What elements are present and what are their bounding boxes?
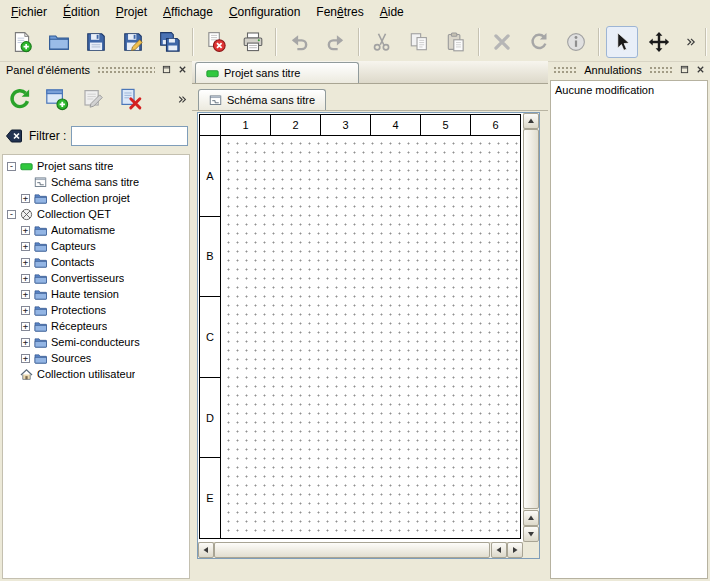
undo-history-list[interactable]: Aucune modification <box>550 80 708 579</box>
close-file-button[interactable] <box>200 26 232 58</box>
row-header: A <box>200 136 220 217</box>
dock-grip[interactable] <box>553 65 577 74</box>
expander-plus-icon[interactable]: + <box>21 258 30 267</box>
scroll-right-icon[interactable] <box>507 542 523 558</box>
schema-view[interactable]: 123456 ABCDE <box>197 112 540 559</box>
scroll-left-icon[interactable] <box>491 542 507 558</box>
folder-icon <box>34 288 47 301</box>
filter-input[interactable] <box>71 126 188 146</box>
tree-item-collection-projet[interactable]: +Collection projet <box>3 190 189 206</box>
tree-item-semi-conducteurs[interactable]: +Semi-conducteurs <box>3 334 189 350</box>
menu-projet[interactable]: Projet <box>108 2 155 22</box>
tree-item-collection-qet[interactable]: -Collection QET <box>3 206 189 222</box>
close-icon[interactable] <box>693 63 707 76</box>
undo-panel: Annulations Aucune modification <box>548 61 710 581</box>
schema-scene[interactable]: 123456 ABCDE <box>198 113 523 542</box>
save-all-button[interactable] <box>154 26 186 58</box>
tree-item-contacts[interactable]: +Contacts <box>3 254 189 270</box>
save-as-button[interactable] <box>117 26 149 58</box>
undo-panel-header[interactable]: Annulations <box>548 61 710 78</box>
folder-icon <box>34 192 47 205</box>
tree-item-automatisme[interactable]: +Automatisme <box>3 222 189 238</box>
expander-plus-icon[interactable]: + <box>21 290 30 299</box>
toolbar-extension-button[interactable] <box>680 26 699 58</box>
redo-button[interactable] <box>320 26 352 58</box>
tree-item-protections[interactable]: +Protections <box>3 302 189 318</box>
schema-icon <box>209 94 222 107</box>
tree-item-re-cepteurs[interactable]: +Récepteurs <box>3 318 189 334</box>
delete-element-button[interactable] <box>114 82 148 116</box>
tree-item-convertisseurs[interactable]: +Convertisseurs <box>3 270 189 286</box>
delete-button[interactable] <box>486 26 518 58</box>
print-button[interactable] <box>237 26 269 58</box>
tab-schema[interactable]: Schéma sans titre <box>198 89 326 110</box>
info-button[interactable] <box>560 26 592 58</box>
project-icon <box>20 160 33 173</box>
reload-button[interactable] <box>3 82 37 116</box>
menu-aide[interactable]: Aide <box>372 2 412 22</box>
scroll-up-icon[interactable] <box>523 510 539 526</box>
vertical-scrollbar[interactable] <box>523 113 539 542</box>
elements-panel-header[interactable]: Panel d'éléments <box>0 61 192 78</box>
expander-plus-icon[interactable]: + <box>21 306 30 315</box>
filter-row: Filtrer : <box>0 124 192 148</box>
schema-grid[interactable] <box>221 136 520 538</box>
tree-item-collection-utilisateur[interactable]: Collection utilisateur <box>3 366 189 382</box>
copy-button[interactable] <box>403 26 435 58</box>
open-folder-button[interactable] <box>43 26 75 58</box>
expander-minus-icon[interactable]: - <box>7 210 16 219</box>
scroll-down-icon[interactable] <box>523 526 539 542</box>
toolbar-group <box>366 26 472 58</box>
row-headers: ABCDE <box>200 136 221 538</box>
rotate-button[interactable] <box>523 26 555 58</box>
menu-fichier[interactable]: Fichier <box>3 2 55 22</box>
folder-icon <box>34 320 47 333</box>
float-icon[interactable] <box>159 63 173 76</box>
menu-configuration[interactable]: Configuration <box>221 2 308 22</box>
horizontal-scrollbar[interactable] <box>198 542 523 558</box>
float-icon[interactable] <box>677 63 691 76</box>
paste-button[interactable] <box>440 26 472 58</box>
schema-tab-label: Schéma sans titre <box>227 94 315 106</box>
select-arrow-button[interactable] <box>606 26 638 58</box>
horizontal-scroll-thumb[interactable] <box>214 542 490 558</box>
tree-item-label: Sources <box>51 352 91 364</box>
scroll-left-icon[interactable] <box>198 542 214 558</box>
tree-item-label: Automatisme <box>51 224 115 236</box>
vertical-scroll-thumb[interactable] <box>523 129 539 509</box>
tree-item-capteurs[interactable]: +Capteurs <box>3 238 189 254</box>
menu-fene-tres[interactable]: Fenêtres <box>308 2 371 22</box>
menu-e-dition[interactable]: Édition <box>55 2 108 22</box>
scroll-up-icon[interactable] <box>523 113 539 129</box>
undo-button[interactable] <box>283 26 315 58</box>
save-button[interactable] <box>80 26 112 58</box>
tree-item-sche-ma-sans-titre[interactable]: Schéma sans titre <box>3 174 189 190</box>
close-icon[interactable] <box>175 63 189 76</box>
move-tool-button[interactable] <box>643 26 675 58</box>
new-element-button[interactable] <box>40 82 74 116</box>
expander-minus-icon[interactable]: - <box>7 162 16 171</box>
new-document-button[interactable] <box>6 26 38 58</box>
expander-plus-icon[interactable]: + <box>21 194 30 203</box>
column-header: 4 <box>371 115 421 135</box>
tree-item-sources[interactable]: +Sources <box>3 350 189 366</box>
tree-item-projet-sans-titre[interactable]: -Projet sans titre <box>3 158 189 174</box>
clear-filter-icon[interactable] <box>4 126 24 146</box>
expander-plus-icon[interactable]: + <box>21 226 30 235</box>
edit-element-button[interactable] <box>77 82 111 116</box>
toolbar-group <box>606 26 699 58</box>
expander-plus-icon[interactable]: + <box>21 242 30 251</box>
expander-plus-icon[interactable]: + <box>21 274 30 283</box>
column-headers: 123456 <box>221 115 520 136</box>
expander-plus-icon[interactable]: + <box>21 338 30 347</box>
menu-affichage[interactable]: Affichage <box>155 2 221 22</box>
expander-plus-icon[interactable]: + <box>21 354 30 363</box>
cut-button[interactable] <box>366 26 398 58</box>
tab-project[interactable]: Projet sans titre <box>195 62 359 83</box>
dock-grip[interactable] <box>97 65 155 74</box>
dock-grip[interactable] <box>649 65 673 74</box>
toolbar-group <box>200 26 269 58</box>
toolbar-extension-button[interactable] <box>174 86 189 112</box>
expander-plus-icon[interactable]: + <box>21 322 30 331</box>
tree-item-haute-tension[interactable]: +Haute tension <box>3 286 189 302</box>
